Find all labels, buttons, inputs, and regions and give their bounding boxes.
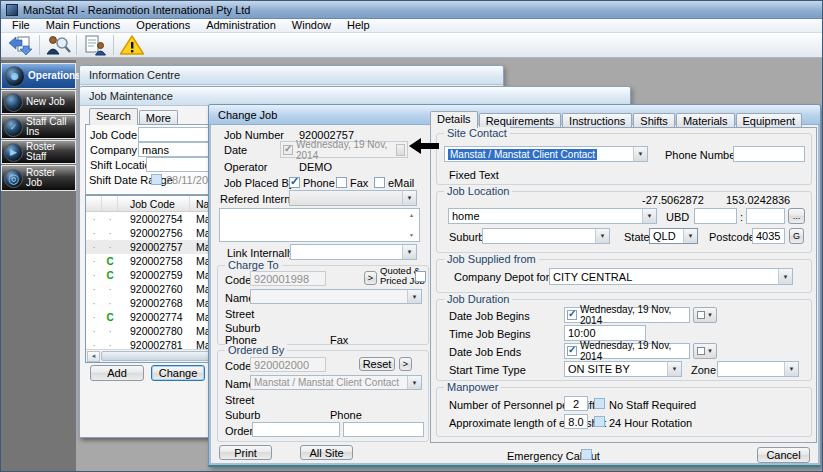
quoted-priced-checkbox[interactable] xyxy=(415,271,426,282)
menu-window[interactable]: Window xyxy=(284,19,339,33)
header-job-code[interactable]: Job Code xyxy=(118,196,190,211)
job-placed-by-label: Job Placed By xyxy=(224,177,294,189)
chevron-down-icon[interactable]: ▼ xyxy=(402,191,416,205)
header-flag1-column[interactable] xyxy=(86,196,102,211)
charge-expand-button[interactable]: > xyxy=(364,271,377,285)
zone-combo[interactable]: ▼ xyxy=(717,361,799,377)
chevron-down-icon[interactable]: ▼ xyxy=(667,362,681,376)
sidebar-header-operations[interactable]: ◉ Operations xyxy=(1,63,76,89)
date-begins-checkbox[interactable] xyxy=(567,310,577,320)
reset-button[interactable]: Reset xyxy=(359,357,395,371)
rotation-checkbox[interactable] xyxy=(594,416,605,427)
tab-instructions[interactable]: Instructions xyxy=(562,113,632,128)
ubd-input-2[interactable] xyxy=(746,208,785,224)
date-begins-field[interactable]: Wednesday, 19 Nov, 2014 xyxy=(564,307,690,323)
date-dropdown-button[interactable] xyxy=(396,144,405,156)
date-field[interactable]: Wednesday, 19 Nov, 2014 xyxy=(280,141,408,158)
chevron-down-icon[interactable]: ▼ xyxy=(633,147,647,161)
depot-combo[interactable]: CITY CENTRAL▼ xyxy=(549,268,793,285)
chevron-down-icon[interactable]: ▼ xyxy=(683,229,697,243)
start-time-type-combo[interactable]: ON SITE BY▼ xyxy=(564,361,682,377)
chevron-down-icon[interactable]: ▼ xyxy=(784,362,798,376)
site-contact-combo[interactable]: Manstat / Manstat Client Contact ▼ xyxy=(444,146,648,162)
date-begins-calendar-button[interactable]: ▼ xyxy=(693,307,717,323)
state-combo[interactable]: QLD▼ xyxy=(649,228,698,244)
ubd-browse-button[interactable]: ... xyxy=(788,208,805,224)
shift-date-range-checkbox[interactable] xyxy=(151,174,162,185)
placed-by-fax-checkbox[interactable] xyxy=(336,177,347,188)
menu-operations[interactable]: Operations xyxy=(128,19,198,33)
time-begins-input[interactable]: 10:00 xyxy=(564,325,646,341)
site-phone-input[interactable] xyxy=(733,146,805,162)
menu-main-functions[interactable]: Main Functions xyxy=(38,19,129,33)
notes-spinner[interactable]: ▲▼ xyxy=(405,210,418,240)
sidebar-item-roster-job[interactable]: ◎ Roster Job xyxy=(1,165,76,191)
staff-search-icon[interactable] xyxy=(42,34,74,57)
placed-by-email-checkbox[interactable] xyxy=(374,177,385,188)
sidebar-item-staff-call-ins[interactable]: ✓ Staff Call Ins xyxy=(1,115,76,139)
operator-label: Operator xyxy=(224,161,267,173)
job-transfer-icon[interactable] xyxy=(5,34,37,57)
date-ends-label: Date Job Ends xyxy=(449,346,521,358)
ubd-input-1[interactable] xyxy=(694,208,737,224)
add-button[interactable]: Add xyxy=(90,365,144,381)
print-button[interactable]: Print xyxy=(219,445,272,460)
no-staff-label: No Staff Required xyxy=(609,399,696,411)
date-ends-checkbox[interactable] xyxy=(567,346,577,356)
placed-by-phone-label: Phone xyxy=(303,177,335,189)
play-sphere-icon: ▶ xyxy=(4,143,23,162)
sidebar-item-roster-staff[interactable]: ▶ Roster Staff xyxy=(1,140,76,164)
tab-details[interactable]: Details xyxy=(430,111,478,128)
sidebar-item-new-job[interactable]: New Job xyxy=(1,90,76,114)
row-flag: C xyxy=(102,256,118,267)
suburb-combo[interactable]: ▼ xyxy=(482,228,610,244)
chevron-down-icon[interactable]: ▼ xyxy=(778,269,792,284)
shift-length-input[interactable]: 8.0 xyxy=(564,414,588,429)
date-ends-field[interactable]: Wednesday, 19 Nov, 2014 xyxy=(564,343,690,359)
order-number-input-2[interactable] xyxy=(343,422,424,437)
chevron-down-icon[interactable]: ▼ xyxy=(402,245,416,259)
referred-internally-combo[interactable]: ▼ xyxy=(289,190,417,206)
internal-notes-textarea[interactable]: ▲▼ xyxy=(219,208,420,242)
charge-code-input[interactable]: 920001998 xyxy=(250,271,326,286)
tab-search[interactable]: Search xyxy=(89,108,138,125)
chevron-down-icon[interactable]: ▼ xyxy=(595,229,609,243)
warning-icon[interactable] xyxy=(116,34,148,57)
placed-by-phone-checkbox[interactable] xyxy=(289,177,300,188)
menu-help[interactable]: Help xyxy=(339,19,378,33)
chevron-down-icon[interactable]: ▼ xyxy=(642,209,656,223)
cancel-button[interactable]: Cancel xyxy=(757,447,810,463)
menu-file[interactable]: File xyxy=(4,19,38,33)
information-centre-titlebar[interactable]: Information Centre xyxy=(80,66,503,85)
ordered-expand-button[interactable]: > xyxy=(399,357,412,371)
header-flag2-column[interactable] xyxy=(102,196,118,211)
tab-requirements[interactable]: Requirements xyxy=(479,113,561,128)
sidebar-item-label: Staff Call Ins xyxy=(26,117,73,137)
date-checkbox[interactable] xyxy=(283,145,293,155)
ordered-code-input[interactable]: 920002000 xyxy=(250,357,326,372)
all-site-button[interactable]: All Site xyxy=(300,445,353,460)
no-staff-checkbox[interactable] xyxy=(594,398,605,409)
scroll-left-icon[interactable]: ◄ xyxy=(87,351,100,362)
change-button[interactable]: Change xyxy=(151,365,205,381)
tab-shifts[interactable]: Shifts xyxy=(633,113,675,128)
date-ends-calendar-button[interactable]: ▼ xyxy=(693,343,717,359)
row-flag: · xyxy=(102,325,118,337)
tab-more[interactable]: More xyxy=(139,110,178,125)
postcode-input[interactable]: 4035 xyxy=(752,228,785,244)
roster-report-icon[interactable] xyxy=(79,34,111,57)
annotation-arrow xyxy=(409,138,439,154)
link-internally-combo[interactable]: ▼ xyxy=(290,244,417,260)
charge-suburb-label: Suburb xyxy=(225,322,260,334)
tab-equipment[interactable]: Equipment xyxy=(736,113,803,128)
tab-materials[interactable]: Materials xyxy=(676,113,735,128)
location-combo[interactable]: home▼ xyxy=(448,208,657,224)
charge-name-combo[interactable]: ▼ xyxy=(250,289,422,304)
menu-administration[interactable]: Administration xyxy=(198,19,284,33)
personnel-input[interactable]: 2 xyxy=(564,396,588,411)
order-number-input-1[interactable] xyxy=(252,422,340,437)
geocode-button[interactable]: G xyxy=(789,228,804,244)
window-titlebar[interactable]: ManStat RI - Reanimotion International P… xyxy=(1,1,822,19)
ordered-name-combo[interactable]: Manstat / Manstat Client Contact▼ xyxy=(250,375,422,390)
emergency-callout-checkbox[interactable] xyxy=(581,449,592,460)
